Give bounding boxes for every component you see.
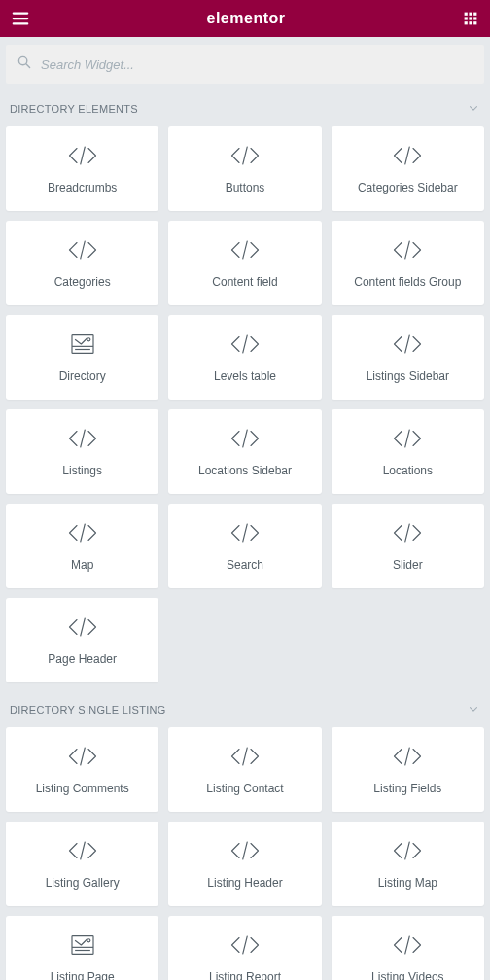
search-input[interactable] — [41, 57, 472, 72]
widget-listing-gallery[interactable]: Listing Gallery — [6, 822, 158, 906]
widget-label: Listings Sidebar — [367, 369, 449, 383]
section-header-directory-single-listing[interactable]: DIRECTORY SINGLE LISTING — [0, 692, 490, 727]
code-icon — [230, 837, 260, 864]
widget-listings[interactable]: Listings — [6, 409, 158, 494]
widget-grid: Listing CommentsListing ContactListing F… — [0, 727, 490, 980]
widget-label: Categories Sidebar — [358, 181, 458, 194]
widget-label: Listing Fields — [373, 782, 441, 795]
directory-icon — [70, 931, 95, 959]
code-icon — [230, 142, 260, 169]
menu-icon[interactable] — [12, 10, 29, 27]
widget-levels-table[interactable]: Levels table — [168, 315, 321, 400]
widget-label: Listing Videos — [371, 970, 444, 980]
code-icon — [393, 743, 422, 770]
widget-listing-comments[interactable]: Listing Comments — [6, 727, 158, 812]
widget-directory[interactable]: Directory — [6, 315, 158, 400]
widget-label: Directory — [59, 369, 106, 383]
widget-label: Categories — [54, 275, 111, 289]
widget-label: Breadcrumbs — [48, 181, 117, 194]
code-icon — [68, 743, 97, 770]
section-title: DIRECTORY SINGLE LISTING — [10, 704, 166, 716]
widget-search[interactable]: Search — [168, 504, 321, 588]
widget-listing-map[interactable]: Listing Map — [332, 822, 484, 906]
code-icon — [393, 331, 422, 358]
widget-listing-page[interactable]: Listing Page — [6, 916, 158, 980]
widget-label: Listing Comments — [36, 782, 129, 795]
widget-categories[interactable]: Categories — [6, 221, 158, 305]
code-icon — [230, 331, 260, 358]
code-icon — [68, 613, 97, 641]
widget-breadcrumbs[interactable]: Breadcrumbs — [6, 126, 158, 211]
widget-slider[interactable]: Slider — [332, 504, 484, 588]
code-icon — [393, 425, 422, 452]
widget-map[interactable]: Map — [6, 504, 158, 588]
widget-grid: BreadcrumbsButtonsCategories SidebarCate… — [0, 126, 490, 692]
widget-label: Slider — [393, 558, 423, 572]
code-icon — [68, 142, 97, 169]
code-icon — [393, 142, 422, 169]
widget-label: Locations Sidebar — [198, 464, 292, 477]
widget-content-fields-group[interactable]: Content fields Group — [332, 221, 484, 305]
widget-label: Listings — [62, 464, 102, 477]
search-box[interactable] — [6, 45, 484, 84]
widget-label: Buttons — [226, 181, 265, 194]
panel-title: elementor — [207, 10, 286, 27]
code-icon — [68, 519, 97, 546]
code-icon — [393, 931, 422, 959]
widget-label: Listing Report — [209, 970, 281, 980]
code-icon — [230, 236, 260, 263]
widget-label: Map — [71, 558, 93, 572]
widget-content-field[interactable]: Content field — [168, 221, 321, 305]
widget-label: Content fields Group — [354, 275, 461, 289]
widget-listing-report[interactable]: Listing Report — [168, 916, 321, 980]
widget-label: Listing Map — [378, 876, 438, 890]
code-icon — [230, 931, 260, 959]
widget-listings-sidebar[interactable]: Listings Sidebar — [332, 315, 484, 400]
widget-label: Search — [227, 558, 263, 572]
code-icon — [230, 519, 260, 546]
chevron-down-icon[interactable] — [467, 702, 480, 718]
code-icon — [68, 837, 97, 864]
widget-locations[interactable]: Locations — [332, 409, 484, 494]
code-icon — [230, 425, 260, 452]
widget-buttons[interactable]: Buttons — [168, 126, 321, 211]
search-wrap — [0, 37, 490, 91]
code-icon — [230, 743, 260, 770]
section-title: DIRECTORY ELEMENTS — [10, 103, 138, 115]
widget-label: Page Header — [48, 652, 117, 666]
code-icon — [393, 519, 422, 546]
code-icon — [68, 425, 97, 452]
chevron-down-icon[interactable] — [467, 101, 480, 117]
code-icon — [393, 837, 422, 864]
directory-icon — [70, 331, 95, 358]
widget-label: Levels table — [214, 369, 276, 383]
code-icon — [393, 236, 422, 263]
apps-icon[interactable] — [463, 11, 478, 26]
section-header-directory-elements[interactable]: DIRECTORY ELEMENTS — [0, 91, 490, 126]
widget-label: Listing Contact — [206, 782, 283, 795]
widget-label: Content field — [212, 275, 277, 289]
widget-listing-videos[interactable]: Listing Videos — [332, 916, 484, 980]
widget-label: Locations — [383, 464, 433, 477]
widget-listing-contact[interactable]: Listing Contact — [168, 727, 321, 812]
widget-listing-fields[interactable]: Listing Fields — [332, 727, 484, 812]
widget-label: Listing Page — [51, 970, 115, 980]
search-icon — [18, 55, 31, 73]
widget-label: Listing Gallery — [46, 876, 120, 890]
widget-categories-sidebar[interactable]: Categories Sidebar — [332, 126, 484, 211]
widget-page-header[interactable]: Page Header — [6, 598, 158, 682]
widget-label: Listing Header — [207, 876, 282, 890]
widget-locations-sidebar[interactable]: Locations Sidebar — [168, 409, 321, 494]
code-icon — [68, 236, 97, 263]
widget-listing-header[interactable]: Listing Header — [168, 822, 321, 906]
panel-header: elementor — [0, 0, 490, 37]
